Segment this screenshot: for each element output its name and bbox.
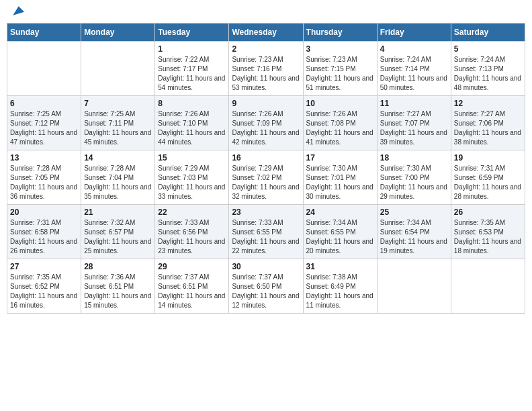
calendar-cell: 6Sunrise: 7:25 AMSunset: 7:12 PMDaylight… xyxy=(7,96,81,150)
weekday-header-wednesday: Wednesday xyxy=(229,24,303,42)
day-number: 16 xyxy=(232,153,300,163)
day-number: 6 xyxy=(10,99,78,108)
calendar-cell: 13Sunrise: 7:28 AMSunset: 7:05 PMDayligh… xyxy=(7,150,81,205)
day-info: Sunrise: 7:23 AMSunset: 7:16 PMDaylight:… xyxy=(232,55,300,93)
day-number: 18 xyxy=(380,153,448,163)
day-number: 9 xyxy=(232,99,300,108)
calendar-cell: 9Sunrise: 7:26 AMSunset: 7:09 PMDaylight… xyxy=(229,96,303,150)
day-number: 22 xyxy=(158,208,226,217)
day-info: Sunrise: 7:29 AMSunset: 7:02 PMDaylight:… xyxy=(232,164,300,201)
calendar-cell: 31Sunrise: 7:38 AMSunset: 6:49 PMDayligh… xyxy=(303,259,377,314)
day-info: Sunrise: 7:33 AMSunset: 6:55 PMDaylight:… xyxy=(232,218,300,256)
calendar-cell xyxy=(7,42,81,96)
day-number: 14 xyxy=(84,153,152,163)
day-info: Sunrise: 7:36 AMSunset: 6:51 PMDaylight:… xyxy=(84,273,152,310)
weekday-header-row: SundayMondayTuesdayWednesdayThursdayFrid… xyxy=(7,24,525,42)
day-number: 10 xyxy=(306,99,374,108)
day-info: Sunrise: 7:35 AMSunset: 6:53 PMDaylight:… xyxy=(454,218,522,256)
weekday-header-tuesday: Tuesday xyxy=(155,24,229,42)
calendar-table: SundayMondayTuesdayWednesdayThursdayFrid… xyxy=(7,23,525,314)
day-number: 23 xyxy=(232,208,300,217)
calendar-cell: 29Sunrise: 7:37 AMSunset: 6:51 PMDayligh… xyxy=(155,259,229,314)
calendar-cell: 19Sunrise: 7:31 AMSunset: 6:59 PMDayligh… xyxy=(451,150,525,205)
day-info: Sunrise: 7:27 AMSunset: 7:07 PMDaylight:… xyxy=(380,109,448,147)
day-info: Sunrise: 7:32 AMSunset: 6:57 PMDaylight:… xyxy=(84,218,152,256)
day-number: 5 xyxy=(454,44,522,54)
day-number: 8 xyxy=(158,99,226,108)
calendar-cell: 21Sunrise: 7:32 AMSunset: 6:57 PMDayligh… xyxy=(81,205,155,259)
calendar-cell: 15Sunrise: 7:29 AMSunset: 7:03 PMDayligh… xyxy=(155,150,229,205)
day-info: Sunrise: 7:22 AMSunset: 7:17 PMDaylight:… xyxy=(158,55,226,93)
day-number: 4 xyxy=(380,44,448,54)
calendar-cell: 28Sunrise: 7:36 AMSunset: 6:51 PMDayligh… xyxy=(81,259,155,314)
calendar-cell xyxy=(451,259,525,314)
weekday-header-sunday: Sunday xyxy=(7,24,81,42)
day-number: 27 xyxy=(10,262,78,271)
day-number: 3 xyxy=(306,44,374,54)
day-info: Sunrise: 7:28 AMSunset: 7:04 PMDaylight:… xyxy=(84,164,152,201)
calendar-cell: 27Sunrise: 7:35 AMSunset: 6:52 PMDayligh… xyxy=(7,259,81,314)
day-number: 2 xyxy=(232,44,300,54)
calendar-cell xyxy=(81,42,155,96)
calendar-cell: 20Sunrise: 7:31 AMSunset: 6:58 PMDayligh… xyxy=(7,205,81,259)
day-number: 31 xyxy=(306,262,374,271)
day-info: Sunrise: 7:30 AMSunset: 7:00 PMDaylight:… xyxy=(380,164,448,201)
day-info: Sunrise: 7:29 AMSunset: 7:03 PMDaylight:… xyxy=(158,164,226,201)
day-info: Sunrise: 7:23 AMSunset: 7:15 PMDaylight:… xyxy=(306,55,374,93)
calendar-week-2: 6Sunrise: 7:25 AMSunset: 7:12 PMDaylight… xyxy=(7,96,525,150)
weekday-header-monday: Monday xyxy=(81,24,155,42)
calendar-cell: 7Sunrise: 7:25 AMSunset: 7:11 PMDaylight… xyxy=(81,96,155,150)
day-number: 21 xyxy=(84,208,152,217)
calendar-cell: 25Sunrise: 7:34 AMSunset: 6:54 PMDayligh… xyxy=(377,205,451,259)
svg-marker-0 xyxy=(13,6,24,15)
day-info: Sunrise: 7:25 AMSunset: 7:12 PMDaylight:… xyxy=(10,109,78,147)
weekday-header-friday: Friday xyxy=(377,24,451,42)
day-number: 17 xyxy=(306,153,374,163)
day-info: Sunrise: 7:35 AMSunset: 6:52 PMDaylight:… xyxy=(10,273,78,310)
day-info: Sunrise: 7:24 AMSunset: 7:13 PMDaylight:… xyxy=(454,55,522,93)
day-info: Sunrise: 7:34 AMSunset: 6:55 PMDaylight:… xyxy=(306,218,374,256)
calendar-week-5: 27Sunrise: 7:35 AMSunset: 6:52 PMDayligh… xyxy=(7,259,525,314)
calendar-week-3: 13Sunrise: 7:28 AMSunset: 7:05 PMDayligh… xyxy=(7,150,525,205)
day-number: 20 xyxy=(10,208,78,217)
day-number: 19 xyxy=(454,153,522,163)
calendar-cell: 23Sunrise: 7:33 AMSunset: 6:55 PMDayligh… xyxy=(229,205,303,259)
weekday-header-thursday: Thursday xyxy=(303,24,377,42)
calendar-cell: 11Sunrise: 7:27 AMSunset: 7:07 PMDayligh… xyxy=(377,96,451,150)
day-number: 26 xyxy=(454,208,522,217)
day-number: 7 xyxy=(84,99,152,108)
day-info: Sunrise: 7:24 AMSunset: 7:14 PMDaylight:… xyxy=(380,55,448,93)
calendar-cell: 1Sunrise: 7:22 AMSunset: 7:17 PMDaylight… xyxy=(155,42,229,96)
logo-icon xyxy=(11,4,24,17)
calendar-week-1: 1Sunrise: 7:22 AMSunset: 7:17 PMDaylight… xyxy=(7,42,525,96)
calendar-cell: 30Sunrise: 7:37 AMSunset: 6:50 PMDayligh… xyxy=(229,259,303,314)
day-info: Sunrise: 7:26 AMSunset: 7:08 PMDaylight:… xyxy=(306,109,374,147)
day-info: Sunrise: 7:30 AMSunset: 7:01 PMDaylight:… xyxy=(306,164,374,201)
calendar-cell: 17Sunrise: 7:30 AMSunset: 7:01 PMDayligh… xyxy=(303,150,377,205)
day-number: 11 xyxy=(380,99,448,108)
day-info: Sunrise: 7:31 AMSunset: 6:59 PMDaylight:… xyxy=(454,164,522,201)
day-number: 13 xyxy=(10,153,78,163)
day-number: 15 xyxy=(158,153,226,163)
day-info: Sunrise: 7:28 AMSunset: 7:05 PMDaylight:… xyxy=(10,164,78,201)
day-info: Sunrise: 7:37 AMSunset: 6:50 PMDaylight:… xyxy=(232,273,300,310)
calendar-cell: 26Sunrise: 7:35 AMSunset: 6:53 PMDayligh… xyxy=(451,205,525,259)
calendar-cell: 2Sunrise: 7:23 AMSunset: 7:16 PMDaylight… xyxy=(229,42,303,96)
day-info: Sunrise: 7:26 AMSunset: 7:10 PMDaylight:… xyxy=(158,109,226,147)
day-number: 24 xyxy=(306,208,374,217)
day-info: Sunrise: 7:31 AMSunset: 6:58 PMDaylight:… xyxy=(10,218,78,256)
day-info: Sunrise: 7:25 AMSunset: 7:11 PMDaylight:… xyxy=(84,109,152,147)
calendar-cell: 14Sunrise: 7:28 AMSunset: 7:04 PMDayligh… xyxy=(81,150,155,205)
day-number: 25 xyxy=(380,208,448,217)
day-info: Sunrise: 7:26 AMSunset: 7:09 PMDaylight:… xyxy=(232,109,300,147)
logo-text-block xyxy=(9,7,24,17)
calendar-cell: 12Sunrise: 7:27 AMSunset: 7:06 PMDayligh… xyxy=(451,96,525,150)
calendar-cell: 3Sunrise: 7:23 AMSunset: 7:15 PMDaylight… xyxy=(303,42,377,96)
day-info: Sunrise: 7:38 AMSunset: 6:49 PMDaylight:… xyxy=(306,273,374,310)
calendar-cell xyxy=(377,259,451,314)
weekday-header-saturday: Saturday xyxy=(451,24,525,42)
day-number: 30 xyxy=(232,262,300,271)
day-number: 28 xyxy=(84,262,152,271)
day-number: 12 xyxy=(454,99,522,108)
calendar-cell: 5Sunrise: 7:24 AMSunset: 7:13 PMDaylight… xyxy=(451,42,525,96)
